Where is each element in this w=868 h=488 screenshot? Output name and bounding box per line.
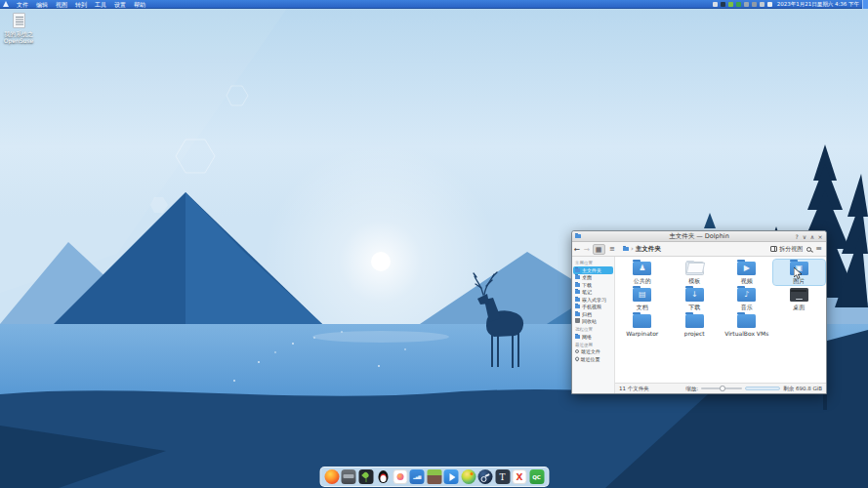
search-icon[interactable]	[806, 247, 811, 252]
dock-typora-icon[interactable]: T	[495, 469, 510, 484]
text-file-icon	[13, 13, 25, 28]
dock-wps-spreadsheet-icon[interactable]: X	[513, 469, 527, 484]
sidebar-item-最近文件[interactable]: 最近文件	[572, 348, 614, 356]
public-glyph-icon: ♟	[639, 262, 645, 275]
folder-音乐[interactable]: ♪音乐	[721, 286, 773, 311]
icons-view-button[interactable]: ▦	[593, 244, 605, 255]
messenger-icon[interactable]	[736, 2, 741, 7]
sidebar-item-label: 手机视频	[582, 304, 601, 309]
item-count: 11 个文件夹	[619, 386, 649, 392]
clock-icon	[575, 349, 579, 353]
details-view-button[interactable]: ≡	[606, 244, 619, 255]
sidebar-item-手机视频[interactable]: 手机视频	[572, 304, 614, 311]
sidebar-item-桌面[interactable]: 桌面	[572, 274, 614, 282]
sidebar-item-label: 最近位置	[581, 356, 600, 362]
breadcrumb-location[interactable]: 主文件夹	[636, 245, 661, 254]
dolphin-window: 主文件夹 — Dolphin ? ∨ ∧ × ← → ▦ ≡ › 主文件夹 拆分…	[571, 230, 827, 394]
menubar-item[interactable]: 转到	[71, 1, 91, 8]
sidebar-item-label: 下载	[582, 282, 592, 288]
dock-plant-app-icon[interactable]	[358, 469, 373, 484]
pin-icon	[574, 356, 579, 361]
dock-video-player-icon[interactable]	[444, 469, 459, 484]
clipboard-icon[interactable]	[744, 2, 749, 7]
clock[interactable]: 2023年1月21日星期六 4:36 下午	[777, 0, 859, 9]
folder-公共的[interactable]: ♟公共的	[616, 260, 669, 285]
desktop-file-icon[interactable]: 我的系统之 OpenSuse	[2, 13, 35, 44]
menubar-item[interactable]: 文件	[13, 1, 32, 8]
menubar-item[interactable]: 视图	[52, 1, 71, 8]
folder-icon	[575, 275, 580, 279]
dock-photos-icon[interactable]	[393, 469, 407, 484]
folder-下载[interactable]: ↓下载	[669, 286, 722, 311]
sidebar-item-主文件夹[interactable]: 主文件夹	[573, 266, 613, 274]
sidebar-item-label: 嵌入式学习	[582, 297, 606, 303]
folder-icon-plain	[685, 314, 704, 328]
sidebar-item-下载[interactable]: 下载	[572, 281, 614, 289]
mouse-cursor	[794, 267, 803, 279]
split-view-button[interactable]: 拆分视图	[770, 245, 803, 254]
dock-qq-icon[interactable]	[376, 469, 391, 484]
show-desktop-button[interactable]	[862, 0, 868, 9]
volume-icon[interactable]	[760, 2, 765, 7]
security-shield-icon[interactable]	[721, 2, 725, 7]
sidebar-item-归档[interactable]: 归档	[572, 310, 614, 318]
dock-minecraft-icon[interactable]	[427, 469, 441, 484]
folder-label: 视频	[721, 277, 773, 284]
sidebar-item-回收站[interactable]: 回收站	[572, 318, 614, 326]
folder-icon-plain	[737, 314, 756, 328]
sidebar-item-label: 主文件夹	[582, 267, 601, 273]
sidebar-item-网络[interactable]: 网络	[572, 333, 614, 341]
folder-label: 模板	[669, 277, 722, 284]
places-section-header: 最近使用	[572, 341, 614, 348]
dock-archive-manager-icon[interactable]	[342, 469, 356, 484]
folder-project[interactable]: project	[669, 312, 722, 338]
folder-桌面[interactable]: 桌面	[773, 286, 826, 311]
menu-icon[interactable]: ≡	[815, 244, 822, 254]
menubar-item[interactable]: 工具	[91, 1, 110, 8]
close-button[interactable]: ×	[816, 231, 824, 242]
zoom-slider[interactable]	[701, 387, 742, 389]
folder-Warpinator[interactable]: Warpinator	[616, 312, 669, 338]
dock-system-monitor-icon[interactable]: ▂▄▆	[410, 469, 425, 484]
dock-qc-app-icon[interactable]: QC	[529, 469, 544, 484]
back-button[interactable]: ←	[572, 245, 582, 254]
menubar-item[interactable]: 帮助	[130, 1, 149, 8]
dock: ▂▄▆TXQC	[319, 467, 549, 487]
folder-文档[interactable]: ▤文档	[616, 286, 669, 311]
sidebar-item-笔记[interactable]: 笔记	[572, 289, 614, 297]
places-section-header: 常用位置	[572, 259, 614, 266]
folder-icon	[575, 268, 580, 272]
input-method-icon[interactable]	[713, 2, 718, 7]
forward-button[interactable]: →	[582, 245, 592, 254]
sidebar-item-嵌入式学习[interactable]: 嵌入式学习	[572, 296, 614, 304]
folder-icon	[575, 290, 580, 294]
top-menubar: 文件编辑视图转到工具设置帮助 2023年1月21日星期六 4:36 下午	[0, 0, 868, 9]
display-icon[interactable]	[752, 2, 757, 7]
desktop-file-label: 我的系统之 OpenSuse	[2, 30, 35, 44]
breadcrumb: › 主文件夹	[623, 245, 661, 254]
folder-icon-desktop	[790, 288, 808, 302]
downloads-glyph-icon: ↓	[691, 288, 698, 302]
folder-视频[interactable]: ▶视频	[721, 260, 773, 285]
minimize-button[interactable]: ∨	[801, 231, 808, 242]
statusbar: 11 个文件夹 缩放: 剩余 690.8 GiB	[615, 383, 826, 393]
folder-模板[interactable]: 模板	[669, 260, 722, 285]
maximize-button[interactable]: ∧	[808, 231, 816, 242]
status-green-icon[interactable]	[728, 2, 733, 7]
menubar-item[interactable]: 设置	[110, 1, 130, 8]
menubar-item[interactable]: 编辑	[32, 1, 52, 8]
folder-icon	[575, 305, 580, 308]
dock-firefox-icon[interactable]	[324, 469, 339, 484]
distro-logo-icon[interactable]	[3, 1, 10, 7]
titlebar[interactable]: 主文件夹 — Dolphin ? ∨ ∧ ×	[572, 231, 826, 242]
help-button[interactable]: ?	[793, 231, 801, 242]
sidebar-item-label: 桌面	[582, 274, 592, 280]
folder-icon-music: ♪	[737, 288, 756, 302]
network-icon[interactable]	[767, 2, 772, 7]
zoom-slider-knob[interactable]	[720, 386, 725, 391]
sidebar-item-最近位置[interactable]: 最近位置	[572, 355, 614, 363]
folder-VirtualBox VMs[interactable]: VirtualBox VMs	[721, 312, 773, 338]
dock-steam-icon[interactable]	[478, 469, 493, 484]
breadcrumb-root-icon[interactable]	[623, 247, 629, 252]
dock-globe-game-icon[interactable]	[461, 469, 475, 484]
